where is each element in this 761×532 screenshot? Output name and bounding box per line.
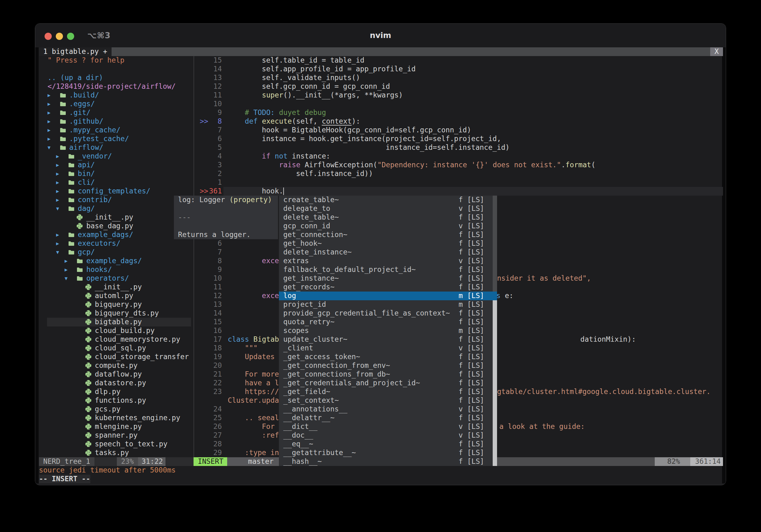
editor-line-11: 11 super().__init__(*args, **kwargs) bbox=[39, 91, 723, 100]
completion-kind: v bbox=[459, 422, 463, 431]
completion-item-delete_table[interactable]: delete_table~f[LS] bbox=[279, 213, 497, 222]
code-segment: instance_id=self.instance_id) bbox=[228, 143, 510, 152]
code-segment bbox=[228, 161, 279, 170]
tree-item-base_dag.py[interactable]: base_dag.py bbox=[39, 222, 194, 231]
tree-item-bigtable.py[interactable]: bigtable.py bbox=[39, 318, 194, 326]
completion-item-__dict__[interactable]: __dict__v[LS] bbox=[279, 422, 497, 431]
status-cursor-position-label: 361:14 bbox=[695, 457, 721, 466]
completion-item-gcp_conn_id[interactable]: gcp_conn_idv[LS] bbox=[279, 222, 497, 231]
completion-item-get_records[interactable]: get_records~f[LS] bbox=[279, 283, 497, 292]
line-number: 11 bbox=[200, 283, 222, 292]
completion-item-__delattr__[interactable]: __delattr__~f[LS] bbox=[279, 414, 497, 422]
line-number: 27 bbox=[200, 431, 222, 440]
completion-source-tag: [LS] bbox=[467, 292, 484, 300]
status-git-branch: master bbox=[227, 457, 279, 466]
completion-item-update_cluster[interactable]: update_cluster~f[LS] bbox=[279, 335, 497, 344]
completion-item-_set_context[interactable]: _set_context~f[LS] bbox=[279, 396, 497, 405]
line-number: 12 bbox=[200, 82, 222, 91]
completion-label: get_instance~ bbox=[283, 274, 339, 283]
completion-label: quota_retry~ bbox=[283, 318, 334, 326]
completion-kind: f bbox=[459, 213, 463, 222]
editor-line-1: 1 bbox=[39, 178, 723, 187]
completion-label: project_id bbox=[283, 300, 326, 309]
completion-item-__getattribute__[interactable]: __getattribute__~f[LS] bbox=[279, 449, 497, 457]
editor-line-5: 5 instance_id=self.instance_id) bbox=[39, 143, 723, 152]
completion-item-_get_credentials_and_project_id[interactable]: _get_credentials_and_project_id~f[LS] bbox=[279, 379, 497, 388]
tab-bigtable[interactable]: 1 bigtable.py + bbox=[39, 47, 112, 56]
folder-icon bbox=[68, 197, 75, 202]
tree-item-dag[interactable]: ▾dag/ bbox=[39, 204, 194, 213]
completion-source-tag: [LS] bbox=[467, 370, 484, 379]
completion-item-_client[interactable]: _clientv[LS] bbox=[279, 344, 497, 352]
completion-item-_get_connections_from_db[interactable]: _get_connections_from_db~f[LS] bbox=[279, 370, 497, 379]
line-number: 13 bbox=[200, 300, 222, 309]
code-segment: Cluster.upda bbox=[228, 396, 279, 405]
completion-item-project_id[interactable]: project_idm[LS] bbox=[279, 300, 497, 309]
tree-item-contrib[interactable]: ▸contrib/ bbox=[39, 195, 194, 204]
completion-item-create_table[interactable]: create_table~f[LS] bbox=[279, 195, 497, 204]
completion-item-delete_instance[interactable]: delete_instance~f[LS] bbox=[279, 248, 497, 257]
code-segment: gtable/cluster.html#google.cloud.bigtabl… bbox=[497, 388, 711, 396]
completion-item-__eq__[interactable]: __eq__~f[LS] bbox=[279, 440, 497, 449]
completion-label: _get_connections_from_db~ bbox=[283, 370, 390, 379]
code-segment: not bbox=[275, 152, 288, 161]
titlebar[interactable]: ⌥⌘3 nvim bbox=[35, 24, 726, 47]
completion-item-scopes[interactable]: scopesm[LS] bbox=[279, 326, 497, 335]
completion-source-tag: [LS] bbox=[467, 414, 484, 422]
completion-source-tag: [LS] bbox=[467, 283, 484, 292]
line-number: 7 bbox=[200, 126, 222, 134]
completion-item-provide_gcp_credential_file_as_context[interactable]: provide_gcp_credential_file_as_context~f… bbox=[279, 309, 497, 318]
completion-label: __hash__~ bbox=[283, 457, 322, 466]
completion-item-get_connection[interactable]: get_connection~f[LS] bbox=[279, 231, 497, 239]
completion-item-__doc__[interactable]: __doc__v[LS] bbox=[279, 431, 497, 440]
completion-source-tag: [LS] bbox=[467, 344, 484, 352]
line-number: 12 bbox=[200, 292, 222, 300]
completion-item-get_hook[interactable]: get_hook~f[LS] bbox=[279, 239, 497, 248]
line-number: 16 bbox=[200, 326, 222, 335]
code-segment: self.gcp_conn_id = gcp_conn_id bbox=[228, 82, 390, 91]
completion-label: create_table~ bbox=[283, 195, 339, 204]
line-number: 1 bbox=[200, 178, 222, 187]
completion-label: delete_table~ bbox=[283, 213, 339, 222]
status-tree-percent-label: 23% bbox=[121, 457, 134, 466]
tree-item-__init__.py[interactable]: __init__.py bbox=[39, 213, 194, 222]
completion-kind: v bbox=[459, 204, 463, 213]
completion-label: __doc__ bbox=[283, 431, 313, 440]
popup-scrollbar-thumb[interactable] bbox=[493, 300, 497, 466]
completion-item-extras[interactable]: extrasv[LS] bbox=[279, 257, 497, 265]
completion-item-fallback_to_default_project_id[interactable]: fallback_to_default_project_id~f[LS] bbox=[279, 265, 497, 274]
code-segment: context bbox=[322, 117, 352, 126]
popup-scrollbar-track[interactable] bbox=[493, 195, 497, 292]
completion-source-tag: [LS] bbox=[467, 457, 484, 466]
tree-item-example_dags[interactable]: ▸example_dags/ bbox=[39, 231, 194, 239]
editor-line-14: 14 self.app_profile_id = app_profile_id bbox=[39, 65, 723, 74]
completion-kind: f bbox=[459, 396, 463, 405]
completion-kind: f bbox=[459, 231, 463, 239]
completion-source-tag: [LS] bbox=[467, 431, 484, 440]
completion-item-log[interactable]: logm[LS] bbox=[279, 292, 497, 300]
completion-source-tag: [LS] bbox=[467, 213, 484, 222]
completion-item-__hash__[interactable]: __hash__~f[LS] bbox=[279, 457, 497, 466]
code-segment: # bbox=[228, 108, 253, 117]
completion-item-_get_field[interactable]: _get_field~f[LS] bbox=[279, 388, 497, 396]
completion-item-_get_connection_from_env[interactable]: _get_connection_from_env~f[LS] bbox=[279, 361, 497, 370]
completion-label: __annotations__ bbox=[283, 405, 347, 414]
completion-item-_get_access_token[interactable]: _get_access_token~f[LS] bbox=[279, 352, 497, 361]
completion-source-tag: [LS] bbox=[467, 231, 484, 239]
completion-item-get_instance[interactable]: get_instance~f[LS] bbox=[279, 274, 497, 283]
completion-label: __dict__ bbox=[283, 422, 318, 431]
code-segment: .. seeal bbox=[228, 414, 279, 422]
doc-float-body: Returns a logger. bbox=[178, 231, 251, 239]
completion-item-quota_retry[interactable]: quota_retry~f[LS] bbox=[279, 318, 497, 326]
status-file-percent-label: 82% bbox=[667, 457, 680, 466]
line-number: 10 bbox=[200, 100, 222, 108]
code-segment: Updates bbox=[228, 352, 275, 361]
completion-label: update_cluster~ bbox=[283, 335, 347, 344]
completion-kind: f bbox=[459, 352, 463, 361]
completion-item-delegate_to[interactable]: delegate_tov[LS] bbox=[279, 204, 497, 213]
tab-close-button[interactable]: X bbox=[710, 47, 723, 56]
completion-kind: m bbox=[459, 326, 463, 335]
completion-kind: f bbox=[459, 283, 463, 292]
completion-item-__annotations__[interactable]: __annotations__v[LS] bbox=[279, 405, 497, 414]
terminal-content[interactable]: 1 bigtable.py +X" Press ? for help.. (up… bbox=[39, 47, 723, 483]
